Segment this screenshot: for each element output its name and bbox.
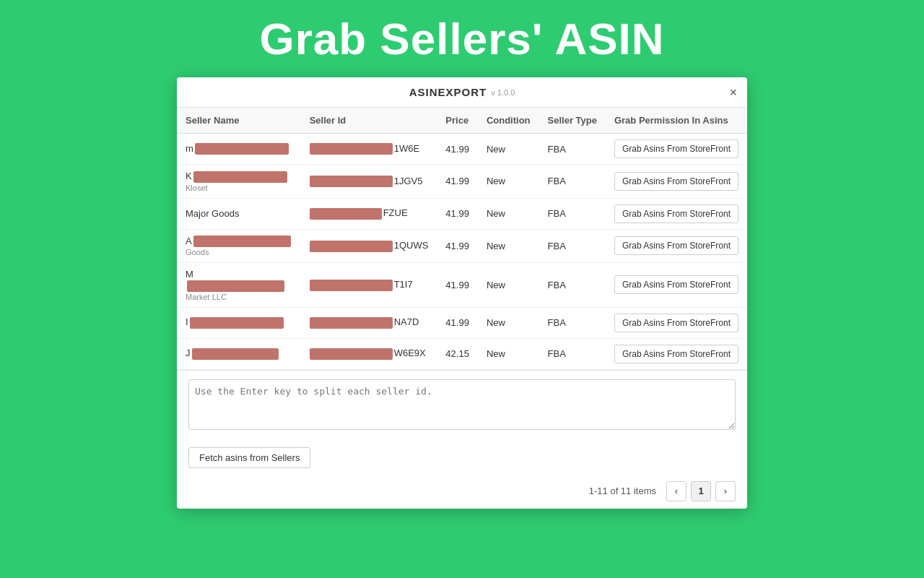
page-title: Grab Sellers' ASIN	[259, 13, 664, 64]
seller-type-cell: FBA	[539, 198, 606, 229]
price-cell: 41.99	[437, 134, 478, 165]
pagination-info: 1-11 of 11 items	[589, 486, 656, 496]
col-seller-id: Seller Id	[301, 108, 437, 134]
grab-btn-cell: Grab Asins From StoreFront	[606, 229, 747, 263]
price-cell: 41.99	[437, 307, 478, 338]
grab-btn-cell: Grab Asins From StoreFront	[606, 338, 747, 369]
price-cell: 41.99	[437, 198, 478, 229]
price-cell: 41.99	[437, 229, 478, 263]
modal-title: ASINEXPORT	[409, 86, 487, 98]
grab-storefront-button[interactable]: Grab Asins From StoreFront	[614, 275, 738, 294]
prev-page-button[interactable]: ‹	[666, 481, 687, 501]
modal-version: v 1.0.0	[491, 88, 515, 97]
condition-cell: New	[478, 165, 539, 199]
condition-cell: New	[478, 134, 539, 165]
seller-id-cell: FZUE	[301, 198, 437, 229]
seller-type-cell: FBA	[539, 263, 606, 308]
seller-name-cell: MMarket LLC	[177, 263, 301, 308]
table-row: KKloset1JGV541.99NewFBAGrab Asins From S…	[177, 165, 747, 199]
current-page-button[interactable]: 1	[691, 481, 711, 501]
seller-id-cell: W6E9X	[301, 338, 437, 369]
seller-type-cell: FBA	[539, 338, 606, 369]
seller-name-cell: Major Goods	[177, 198, 301, 229]
table-row: AGoods1QUWS41.99NewFBAGrab Asins From St…	[177, 229, 747, 263]
grab-storefront-button[interactable]: Grab Asins From StoreFront	[614, 314, 738, 332]
table-header-row: Seller Name Seller Id Price Condition Se…	[177, 108, 747, 134]
grab-storefront-button[interactable]: Grab Asins From StoreFront	[614, 236, 738, 255]
col-condition: Condition	[478, 108, 539, 134]
price-cell: 41.99	[437, 263, 478, 308]
seller-id-cell: T1I7	[301, 263, 437, 308]
modal-header: ASINEXPORT v 1.0.0 ×	[177, 77, 747, 108]
table-row: MMarket LLCT1I741.99NewFBAGrab Asins Fro…	[177, 263, 747, 308]
seller-id-cell: 1W6E	[301, 134, 437, 165]
condition-cell: New	[478, 307, 539, 338]
seller-type-cell: FBA	[539, 165, 606, 199]
seller-type-cell: FBA	[539, 134, 606, 165]
seller-id-textarea[interactable]	[188, 379, 736, 430]
table-row: Major GoodsFZUE41.99NewFBAGrab Asins Fro…	[177, 198, 747, 229]
sellers-table-container: Seller Name Seller Id Price Condition Se…	[177, 108, 747, 371]
seller-name-cell: AGoods	[177, 229, 301, 263]
grab-storefront-button[interactable]: Grab Asins From StoreFront	[614, 345, 738, 363]
modal: ASINEXPORT v 1.0.0 × Seller Name Seller …	[177, 77, 747, 509]
textarea-section	[177, 371, 747, 441]
seller-name-cell: J	[177, 338, 301, 369]
col-seller-name: Seller Name	[177, 108, 301, 134]
grab-storefront-button[interactable]: Grab Asins From StoreFront	[614, 172, 738, 191]
seller-id-cell: NA7D	[301, 307, 437, 338]
condition-cell: New	[478, 338, 539, 369]
col-price: Price	[437, 108, 478, 134]
seller-type-cell: FBA	[539, 307, 606, 338]
price-cell: 41.99	[437, 165, 478, 199]
condition-cell: New	[478, 229, 539, 263]
table-row: JW6E9X42.15NewFBAGrab Asins From StoreFr…	[177, 338, 747, 369]
seller-name-cell: m	[177, 134, 301, 165]
table-row: m1W6E41.99NewFBAGrab Asins From StoreFro…	[177, 134, 747, 165]
pagination: 1-11 of 11 items ‹ 1 ›	[177, 474, 747, 509]
next-page-button[interactable]: ›	[715, 481, 736, 501]
table-row: INA7D41.99NewFBAGrab Asins From StoreFro…	[177, 307, 747, 338]
col-grab-permission: Grab Permission In Asins	[606, 108, 747, 134]
seller-id-cell: 1QUWS	[301, 229, 437, 263]
grab-btn-cell: Grab Asins From StoreFront	[606, 134, 747, 165]
col-seller-type: Seller Type	[539, 108, 606, 134]
seller-name-cell: KKloset	[177, 165, 301, 199]
condition-cell: New	[478, 198, 539, 229]
price-cell: 42.15	[437, 338, 478, 369]
sellers-table: Seller Name Seller Id Price Condition Se…	[177, 108, 747, 370]
grab-btn-cell: Grab Asins From StoreFront	[606, 307, 747, 338]
grab-btn-cell: Grab Asins From StoreFront	[606, 263, 747, 308]
grab-storefront-button[interactable]: Grab Asins From StoreFront	[614, 204, 738, 223]
grab-btn-cell: Grab Asins From StoreFront	[606, 198, 747, 229]
grab-storefront-button[interactable]: Grab Asins From StoreFront	[614, 139, 738, 158]
seller-type-cell: FBA	[539, 229, 606, 263]
close-button[interactable]: ×	[729, 86, 737, 99]
seller-id-cell: 1JGV5	[301, 165, 437, 199]
grab-btn-cell: Grab Asins From StoreFront	[606, 165, 747, 199]
seller-name-cell: I	[177, 307, 301, 338]
fetch-button[interactable]: Fetch asins from Sellers	[188, 447, 310, 468]
condition-cell: New	[478, 263, 539, 308]
